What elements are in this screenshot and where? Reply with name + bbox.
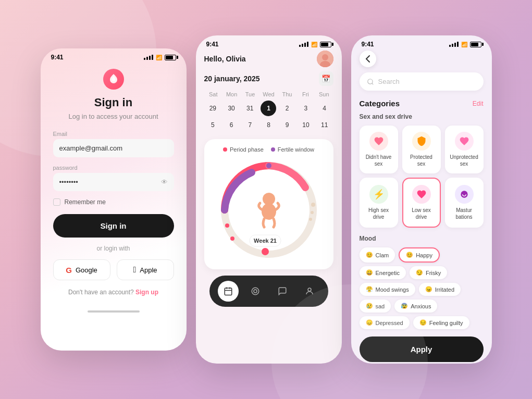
mood-frisky[interactable]: 😏 Frisky — [410, 266, 447, 279]
cat-protected-sex[interactable]: Protected sex — [402, 126, 441, 173]
apply-button[interactable]: Apply — [360, 336, 484, 362]
cal-day[interactable]: 11 — [317, 117, 332, 133]
google-icon: G — [66, 266, 72, 275]
password-label: password — [53, 165, 174, 171]
signup-prompt: Don't have an account? Sign up — [68, 289, 158, 296]
cat-high-drive[interactable]: ⚡ High sex drive — [360, 178, 398, 228]
weekday-thu: Thu — [278, 91, 296, 97]
battery-icon — [165, 55, 176, 60]
time-3: 9:41 — [362, 41, 374, 48]
masturbation-icon — [455, 185, 474, 204]
apple-label: Apple — [140, 266, 157, 274]
mood-guilty[interactable]: 😔 Feeling guilty — [413, 316, 469, 329]
energetic-label: Energetic — [376, 270, 400, 276]
tracker-content: Hello, Olivia 20 january, 2025 📅 Sat Mon… — [196, 51, 342, 307]
time-2: 9:41 — [206, 41, 219, 48]
calm-label: Clam — [376, 252, 389, 258]
calm-emoji: 😊 — [366, 252, 373, 258]
irritated-label: Irritated — [435, 286, 454, 293]
mood-swings[interactable]: 😤 Mood swings — [360, 283, 415, 296]
signal-icon-3 — [449, 42, 459, 47]
sex-category-grid: Didn't have sex Protected sex Unprotecte… — [360, 126, 484, 228]
cal-day[interactable]: 6 — [224, 117, 239, 133]
nav-calendar[interactable] — [218, 281, 239, 302]
anxious-label: Anxious — [411, 303, 431, 309]
edit-button[interactable]: Edit — [473, 100, 484, 107]
mood-anxious[interactable]: 😰 Anxious — [394, 300, 437, 313]
status-icons-2: 📶 — [299, 42, 331, 47]
signin-button[interactable]: Sign in — [53, 214, 174, 238]
phone-categories: 9:41 📶 Search Cate — [351, 35, 492, 364]
svg-text:Week 21: Week 21 — [254, 238, 277, 244]
cal-day[interactable]: 3 — [298, 101, 314, 116]
search-bar[interactable]: Search — [360, 72, 484, 91]
apple-login-button[interactable]:  Apple — [117, 259, 174, 280]
cat-no-sex[interactable]: Didn't have sex — [360, 126, 398, 173]
google-login-button[interactable]: G Google — [53, 259, 110, 280]
svg-point-22 — [308, 288, 311, 291]
status-bar-3: 9:41 📶 — [351, 35, 492, 51]
calendar-grid: 29 30 31 1 2 3 4 5 6 7 8 9 10 11 — [204, 101, 333, 133]
eye-icon[interactable]: 👁 — [161, 178, 168, 186]
weekday-mon: Mon — [222, 91, 241, 97]
cat-masturbation[interactable]: Mastur bations — [445, 178, 484, 228]
cal-day[interactable]: 2 — [279, 101, 295, 116]
svg-point-21 — [254, 290, 257, 293]
cal-day[interactable]: 4 — [317, 101, 332, 116]
low-drive-icon — [412, 185, 431, 204]
nav-profile[interactable] — [299, 281, 320, 302]
email-label: Email — [53, 131, 174, 137]
cal-day[interactable]: 29 — [205, 101, 220, 116]
password-field[interactable]: •••••••• 👁 — [53, 173, 174, 191]
signal-icon — [144, 55, 153, 60]
mood-calm[interactable]: 😊 Clam — [360, 247, 395, 263]
user-name: Olivia — [226, 55, 246, 63]
cal-day-today[interactable]: 1 — [261, 101, 276, 116]
svg-point-12 — [262, 248, 269, 255]
signin-subtitle: Log in to access your account — [69, 113, 158, 120]
cal-day[interactable]: 9 — [279, 117, 295, 133]
categories-content: Search Categories Edit Sex and sex drive… — [351, 51, 492, 364]
or-divider: or login with — [96, 245, 130, 252]
cal-day[interactable]: 5 — [205, 117, 220, 133]
battery-icon-3 — [470, 42, 481, 47]
mood-happy[interactable]: 😊 Happy — [399, 247, 440, 263]
mood-section-title: Mood — [360, 235, 484, 242]
cycle-legend: Period phase Fertile window — [212, 146, 326, 153]
back-button[interactable] — [360, 51, 376, 67]
signup-link[interactable]: Sign up — [135, 289, 158, 296]
user-avatar[interactable] — [317, 51, 333, 67]
current-date: 20 january, 2025 — [204, 74, 260, 83]
signin-title: Sign in — [94, 96, 132, 109]
search-placeholder: Search — [378, 78, 400, 85]
svg-point-25 — [461, 191, 467, 197]
mood-sad[interactable]: 😢 sad — [360, 300, 391, 313]
weekday-wed: Wed — [259, 91, 278, 97]
cal-day[interactable]: 30 — [224, 101, 239, 116]
mood-depressed[interactable]: 😞 Depressed — [360, 316, 410, 329]
remember-checkbox[interactable] — [53, 198, 60, 206]
nav-cycle[interactable] — [245, 281, 266, 302]
depressed-emoji: 😞 — [366, 319, 373, 326]
svg-point-5 — [225, 223, 229, 228]
mood-section: Mood 😊 Clam 😊 Happy 😄 Energetic 😏 Frisky — [360, 235, 484, 329]
cal-day[interactable]: 8 — [261, 117, 276, 133]
sex-section: Sex and sex drive Didn't have sex Protec… — [360, 113, 484, 228]
bottom-nav — [209, 276, 328, 307]
email-field[interactable]: example@gmail.com — [53, 139, 174, 157]
frisky-label: Frisky — [426, 270, 441, 276]
google-label: Google — [76, 266, 97, 274]
phone-tracker: 9:41 📶 Hello, Olivia — [196, 35, 342, 364]
cal-day[interactable]: 31 — [242, 101, 258, 116]
mood-irritated[interactable]: 😠 Irritated — [419, 283, 461, 296]
social-login-row: G Google  Apple — [53, 259, 174, 280]
cal-day[interactable]: 10 — [298, 117, 314, 133]
calendar-icon-button[interactable]: 📅 — [319, 71, 333, 86]
cat-low-drive[interactable]: Low sex drive — [402, 178, 441, 228]
cal-day[interactable]: 7 — [242, 117, 258, 133]
cat-unprotected-sex[interactable]: Unprotected sex — [445, 126, 484, 173]
mood-energetic[interactable]: 😄 Energetic — [360, 266, 406, 279]
time-1: 9:41 — [51, 54, 64, 61]
nav-log[interactable] — [272, 281, 293, 302]
irritated-emoji: 😠 — [425, 286, 432, 293]
